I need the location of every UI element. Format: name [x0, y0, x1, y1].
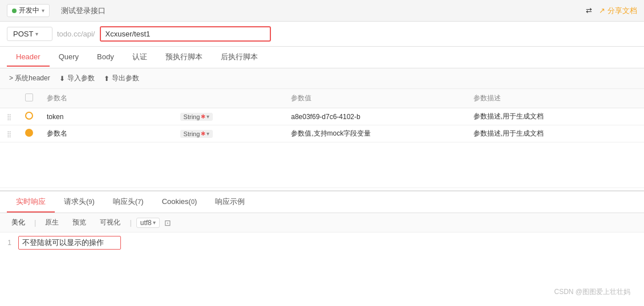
tab-cookies[interactable]: Cookies(0)	[153, 193, 206, 211]
select-all-checkbox[interactable]	[25, 93, 33, 101]
system-header-toggle[interactable]: > 系统header	[9, 74, 50, 83]
beautify-button[interactable]: 美化	[7, 217, 30, 229]
tab-pre-script[interactable]: 预执行脚本	[156, 47, 212, 68]
tab-response-example[interactable]: 响应示例	[206, 192, 254, 213]
col-type-header	[173, 89, 285, 108]
table-row: ⣿ token String ✱ ▾ a8e03f69-d7c6-4102-b	[0, 108, 644, 125]
separator-1: |	[34, 218, 36, 227]
col-param-desc-header: 参数描述	[467, 89, 644, 108]
encoding-chevron-icon: ▾	[153, 219, 156, 226]
param-desc-cell-2: 参数描述,用于生成文档	[467, 125, 644, 142]
method-label: POST	[13, 30, 33, 38]
tab-post-script[interactable]: 后执行脚本	[212, 47, 267, 68]
copy-button[interactable]: ⊡	[164, 218, 171, 227]
row-checkbox-1[interactable]	[25, 112, 33, 120]
param-name-cell-2: 参数名	[40, 125, 173, 142]
col-param-name-header: 参数名	[40, 89, 173, 108]
tab-body[interactable]: Body	[88, 48, 123, 67]
param-desc-cell-1: 参数描述,用于生成文档	[467, 108, 644, 125]
import-label: 导入参数	[67, 74, 95, 83]
param-type-2[interactable]: String ✱ ▾	[180, 130, 213, 138]
required-star-1: ✱	[201, 113, 205, 120]
col-check-header	[18, 89, 40, 108]
response-line-1: 1 不登陆就可以显示的操作	[0, 232, 644, 253]
response-body: 1 不登陆就可以显示的操作	[0, 232, 644, 278]
env-chevron-icon: ▾	[42, 7, 44, 14]
params-table-container: 参数名 参数值 参数描述 ⣿ token	[0, 89, 644, 188]
bottom-section: 实时响应 请求头(9) 响应头(7) Cookies(0) 响应示例 美化 | …	[0, 190, 644, 278]
send-icon: ⇄	[586, 6, 592, 15]
request-tabs: Header Query Body 认证 预执行脚本 后执行脚本	[0, 47, 644, 68]
encoding-label: utf8	[140, 219, 152, 227]
param-type-1[interactable]: String ✱ ▾	[180, 113, 213, 121]
import-icon: ⬇	[59, 75, 65, 83]
line-number-1: 1	[0, 239, 18, 247]
tab-title: 测试登录接口	[56, 6, 579, 16]
system-header-label: > 系统header	[9, 74, 50, 83]
tab-request-headers[interactable]: 请求头(9)	[55, 192, 104, 213]
url-input-box[interactable]: Xcxuser/test1	[100, 26, 271, 42]
visual-button[interactable]: 可视化	[95, 217, 125, 229]
type-chevron-icon-1: ▾	[206, 113, 209, 120]
export-params-button[interactable]: ⬆ 导出参数	[104, 74, 139, 83]
drag-handle-icon[interactable]: ⣿	[7, 113, 11, 120]
table-row: ⣿ 参数名 String ✱ ▾ 参数值,支持mock字段变量	[0, 125, 644, 142]
response-content-1[interactable]: 不登陆就可以显示的操作	[18, 236, 121, 250]
env-selector[interactable]: 开发中 ▾	[7, 4, 50, 17]
preview-button[interactable]: 预览	[68, 217, 91, 229]
export-icon: ⬆	[104, 75, 110, 83]
method-chevron-icon: ▾	[35, 31, 38, 37]
tab-header[interactable]: Header	[7, 48, 50, 67]
tab-query[interactable]: Query	[50, 48, 88, 67]
import-params-button[interactable]: ⬇ 导入参数	[59, 74, 95, 83]
col-drag-header	[0, 89, 18, 108]
param-value-cell-2: 参数值,支持mock字段变量	[284, 125, 466, 142]
required-star-2: ✱	[201, 130, 205, 137]
encoding-selector[interactable]: utf8 ▾	[136, 218, 160, 228]
url-prefix: todo.cc/api/	[57, 30, 95, 38]
share-button[interactable]: ↗ 分享文档	[599, 6, 637, 16]
env-status-dot	[12, 9, 17, 13]
row-checkbox-2[interactable]	[25, 129, 33, 137]
col-param-value-header: 参数值	[284, 89, 466, 108]
url-bar: POST ▾ todo.cc/api/ Xcxuser/test1	[0, 22, 644, 47]
type-chevron-icon-2: ▾	[206, 130, 209, 137]
param-value-cell-1: a8e03f69-d7c6-4102-b	[284, 108, 466, 125]
share-label: 分享文档	[607, 6, 637, 16]
param-toolbar: > 系统header ⬇ 导入参数 ⬆ 导出参数	[0, 68, 644, 89]
raw-button[interactable]: 原生	[40, 217, 63, 229]
separator-2: |	[129, 218, 131, 227]
response-toolbar: 美化 | 原生 预览 可视化 | utf8 ▾ ⊡	[0, 213, 644, 232]
tab-auth[interactable]: 认证	[123, 47, 156, 68]
drag-handle-icon[interactable]: ⣿	[7, 130, 11, 137]
url-path[interactable]: Xcxuser/test1	[101, 27, 155, 40]
method-selector[interactable]: POST ▾	[7, 27, 52, 41]
tab-response-headers[interactable]: 响应头(7)	[104, 192, 153, 213]
env-label: 开发中	[19, 6, 39, 15]
share-icon: ↗	[599, 6, 605, 15]
response-tabs: 实时响应 请求头(9) 响应头(7) Cookies(0) 响应示例	[0, 191, 644, 213]
top-bar: 开发中 ▾ 测试登录接口 ⇄ ↗ 分享文档	[0, 0, 644, 22]
empty-row	[0, 142, 644, 188]
export-label: 导出参数	[112, 74, 139, 83]
param-name-cell-1: token	[40, 108, 173, 125]
tab-realtime-response[interactable]: 实时响应	[7, 192, 55, 213]
